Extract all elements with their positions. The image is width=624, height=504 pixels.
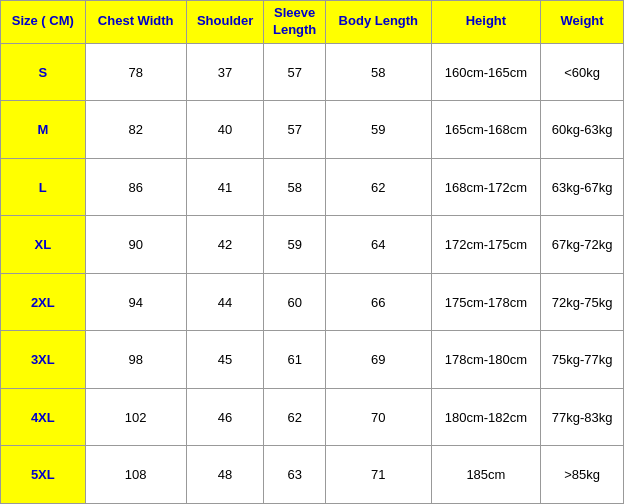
cell-height: 178cm-180cm (431, 331, 540, 389)
cell-weight: <60kg (541, 43, 624, 101)
header-chest: Chest Width (85, 1, 186, 44)
cell-height: 180cm-182cm (431, 388, 540, 446)
cell-body: 66 (325, 273, 431, 331)
table-row: 3XL98456169178cm-180cm75kg-77kg (1, 331, 624, 389)
cell-shoulder: 37 (186, 43, 264, 101)
cell-sleeve: 59 (264, 216, 326, 274)
table-row: 2XL94446066175cm-178cm72kg-75kg (1, 273, 624, 331)
cell-chest: 90 (85, 216, 186, 274)
cell-chest: 108 (85, 446, 186, 504)
cell-shoulder: 46 (186, 388, 264, 446)
cell-height: 160cm-165cm (431, 43, 540, 101)
cell-body: 71 (325, 446, 431, 504)
cell-sleeve: 63 (264, 446, 326, 504)
cell-chest: 86 (85, 158, 186, 216)
cell-shoulder: 42 (186, 216, 264, 274)
cell-body: 62 (325, 158, 431, 216)
cell-body: 59 (325, 101, 431, 159)
cell-sleeve: 62 (264, 388, 326, 446)
header-body: Body Length (325, 1, 431, 44)
cell-weight: 72kg-75kg (541, 273, 624, 331)
table-row: S78375758160cm-165cm<60kg (1, 43, 624, 101)
cell-size: L (1, 158, 86, 216)
cell-body: 64 (325, 216, 431, 274)
header-weight: Weight (541, 1, 624, 44)
cell-height: 165cm-168cm (431, 101, 540, 159)
cell-sleeve: 61 (264, 331, 326, 389)
size-chart-container: Size ( CM)Chest WidthShoulderSleeveLengt… (0, 0, 624, 504)
table-row: XL90425964172cm-175cm67kg-72kg (1, 216, 624, 274)
cell-shoulder: 41 (186, 158, 264, 216)
size-chart-table: Size ( CM)Chest WidthShoulderSleeveLengt… (0, 0, 624, 504)
table-row: 4XL102466270180cm-182cm77kg-83kg (1, 388, 624, 446)
header-sleeve: SleeveLength (264, 1, 326, 44)
cell-body: 58 (325, 43, 431, 101)
cell-weight: 77kg-83kg (541, 388, 624, 446)
cell-weight: 67kg-72kg (541, 216, 624, 274)
header-shoulder: Shoulder (186, 1, 264, 44)
cell-body: 70 (325, 388, 431, 446)
cell-sleeve: 57 (264, 101, 326, 159)
cell-weight: >85kg (541, 446, 624, 504)
cell-size: 3XL (1, 331, 86, 389)
cell-size: 4XL (1, 388, 86, 446)
cell-size: S (1, 43, 86, 101)
cell-size: 5XL (1, 446, 86, 504)
cell-sleeve: 57 (264, 43, 326, 101)
table-row: 5XL108486371185cm>85kg (1, 446, 624, 504)
cell-height: 172cm-175cm (431, 216, 540, 274)
header-size: Size ( CM) (1, 1, 86, 44)
cell-weight: 63kg-67kg (541, 158, 624, 216)
cell-shoulder: 48 (186, 446, 264, 504)
cell-shoulder: 45 (186, 331, 264, 389)
header-height: Height (431, 1, 540, 44)
cell-chest: 82 (85, 101, 186, 159)
cell-chest: 98 (85, 331, 186, 389)
cell-sleeve: 58 (264, 158, 326, 216)
table-row: M82405759165cm-168cm60kg-63kg (1, 101, 624, 159)
cell-height: 185cm (431, 446, 540, 504)
cell-size: XL (1, 216, 86, 274)
cell-height: 168cm-172cm (431, 158, 540, 216)
cell-size: 2XL (1, 273, 86, 331)
cell-weight: 60kg-63kg (541, 101, 624, 159)
cell-chest: 78 (85, 43, 186, 101)
cell-chest: 94 (85, 273, 186, 331)
cell-shoulder: 40 (186, 101, 264, 159)
cell-weight: 75kg-77kg (541, 331, 624, 389)
cell-size: M (1, 101, 86, 159)
cell-chest: 102 (85, 388, 186, 446)
cell-height: 175cm-178cm (431, 273, 540, 331)
cell-sleeve: 60 (264, 273, 326, 331)
cell-shoulder: 44 (186, 273, 264, 331)
cell-body: 69 (325, 331, 431, 389)
table-row: L86415862168cm-172cm63kg-67kg (1, 158, 624, 216)
